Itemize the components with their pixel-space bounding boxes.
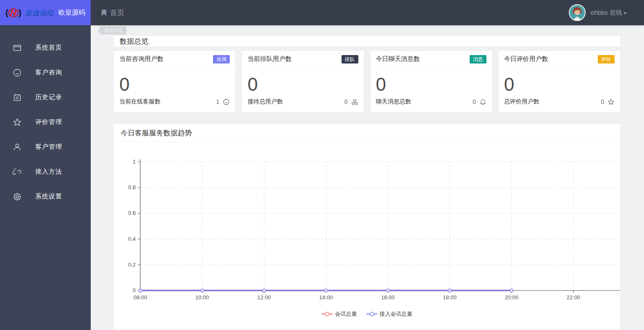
stat-cards-row: 当前咨询用户数 咨询 0 当前在线客服数 1 当前排队用户数 排队 0 接待总用… [113,50,620,113]
main-content: 系统首页 数据总览 当前咨询用户数 咨询 0 当前在线客服数 1 当前排队用户数… [91,25,644,330]
card-title: 当前排队用户数 [247,55,292,63]
smiley-icon [223,98,230,106]
trend-chart: 00.20.40.60.8108:0010:0012:0014:0016:001… [114,142,620,318]
star-icon [607,98,615,106]
card-footer-value: 0 [473,98,476,105]
svg-text:0.8: 0.8 [128,184,136,190]
group-icon [351,98,358,106]
card-footer-label: 接待总用户数 [247,98,283,106]
svg-text:0: 0 [133,287,136,293]
card-value: 0 [371,68,492,95]
card-value: 0 [242,68,363,95]
sidebar-item-customer-manage[interactable]: 客户管理 [0,135,91,159]
svg-text:20:00: 20:00 [505,294,519,301]
logo-forum-text: 欧皇论坛 [25,8,53,17]
card-title: 今日聊天消息数 [376,55,420,63]
card-footer-value: 0 [344,98,348,105]
svg-text:0.6: 0.6 [128,210,136,216]
card-title: 今日评价用户数 [504,55,548,63]
gear-icon [13,192,22,201]
sidebar-item-history[interactable]: 历史记录 [0,85,91,110]
nav-home-label: 首页 [110,8,124,18]
status-badge: 排队 [342,55,358,63]
bookmark-icon [101,9,107,16]
logo-n-icon: (N) [5,8,21,18]
card-footer-value: 1 [216,98,219,105]
stat-card-consulting: 当前咨询用户数 咨询 0 当前在线客服数 1 [113,50,236,113]
legend-item[interactable]: 接入会话总量 [366,310,413,318]
sidebar-item-customer-consult[interactable]: 客户咨询 [0,60,91,85]
legend-label: 接入会话总量 [380,310,413,318]
svg-text:08:00: 08:00 [134,294,147,301]
svg-text:0.4: 0.4 [128,236,136,242]
svg-text:12:00: 12:00 [257,294,271,301]
legend-marker-icon [366,312,377,317]
user-name-status: ohbbs 在线▼ [591,9,627,17]
smiley-icon [13,68,22,77]
card-footer-label: 当前在线客服数 [119,98,160,106]
svg-text:10:00: 10:00 [195,294,209,301]
nav-home-link[interactable]: 首页 [101,0,124,25]
card-value: 0 [499,68,620,95]
bell-icon [479,98,486,106]
overview-titlebar: 数据总览 [113,35,620,47]
brand-logo[interactable]: (N) 欧皇论坛 欧皇源码 [0,0,91,25]
user-icon [13,143,22,152]
card-footer-label: 总评价用户数 [504,98,539,106]
stat-card-reviews: 今日评价用户数 评价 0 总评价用户数 0 [498,50,620,113]
top-header: (N) 欧皇论坛 欧皇源码 首页 ohbbs 在线▼ [0,0,644,25]
sidebar-item-review-manage[interactable]: 评价管理 [0,110,91,135]
svg-text:14:00: 14:00 [319,294,333,301]
tab-strip: 系统首页 [91,25,644,35]
tab-system-home[interactable]: 系统首页 [100,26,126,34]
status-badge: 评价 [598,55,615,63]
sidebar-item-access-method[interactable]: 接入方法 [0,159,91,184]
legend-label: 会话总量 [335,310,357,318]
brand-title: 欧皇源码 [58,8,85,17]
user-menu[interactable]: ohbbs 在线▼ [569,0,644,25]
overview-title: 数据总览 [120,37,148,46]
card-title: 当前咨询用户数 [119,55,163,63]
sidebar-item-system-home[interactable]: 系统首页 [0,35,91,60]
chart-canvas: 00.20.40.60.8108:0010:0012:0014:0016:001… [114,146,620,303]
status-badge: 咨询 [213,55,230,63]
svg-text:1: 1 [133,158,136,165]
star-icon [13,118,22,127]
legend-marker-icon [322,312,333,317]
svg-text:0.2: 0.2 [128,261,136,268]
broken-link-icon [13,167,22,177]
avatar-image-icon [570,5,585,20]
stat-card-messages: 今日聊天消息数 消息 0 聊天消息总数 0 [370,50,492,113]
trend-chart-panel: 今日客服服务数据趋势 00.20.40.60.8108:0010:0012:00… [113,124,620,330]
card-footer-label: 聊天消息总数 [376,98,411,106]
stat-card-queue: 当前排队用户数 排队 0 接待总用户数 0 [242,50,364,113]
legend-item[interactable]: 会话总量 [322,310,357,318]
card-value: 0 [114,68,235,95]
svg-text:22:00: 22:00 [567,294,581,301]
status-badge: 消息 [470,55,486,63]
chart-title: 今日客服服务数据趋势 [121,128,192,138]
card-footer-value: 0 [601,98,604,105]
avatar [569,4,586,21]
svg-text:18:00: 18:00 [443,294,457,301]
sidebar-nav: 系统首页 客户咨询 历史记录 评价管理 客户管理 接入方法 系统设置 [0,25,91,330]
sidebar-item-system-settings[interactable]: 系统设置 [0,184,91,209]
chevron-down-icon: ▼ [623,11,627,16]
window-icon [13,43,22,53]
svg-text:16:00: 16:00 [381,294,395,301]
chart-legend: 会话总量接入会话总量 [114,310,620,318]
notebook-icon [13,93,22,102]
